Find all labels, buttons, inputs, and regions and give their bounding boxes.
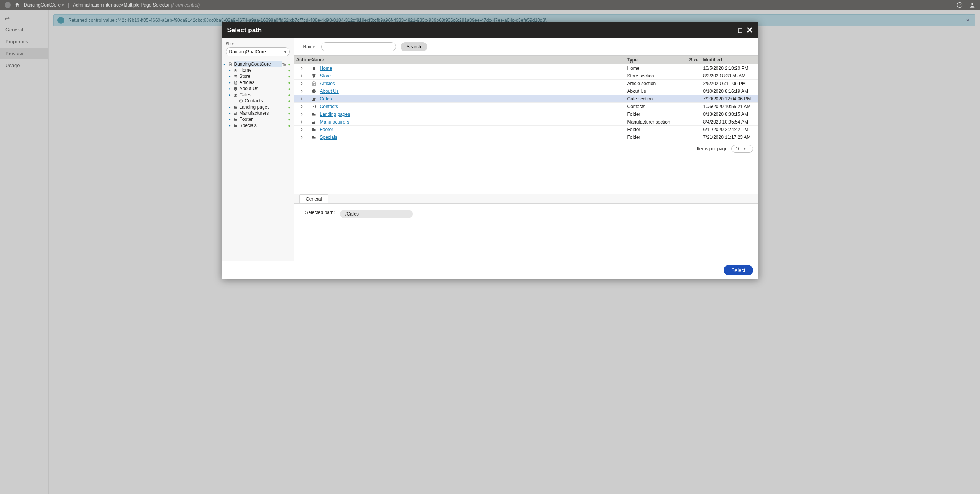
row-expand-icon[interactable] [294,80,309,87]
items-per-page-select[interactable]: 10 ▾ [731,145,753,153]
row-name-link[interactable]: Footer [320,127,333,132]
table-row[interactable]: Footer Folder 6/11/2020 2:24:42 PM [294,126,758,133]
tree-node[interactable]: Contacts ● [223,98,292,104]
status-icon: ● [288,68,292,72]
row-name-cell: Footer [309,126,625,133]
row-expand-icon[interactable] [294,119,309,125]
app-logo-icon[interactable] [5,2,11,8]
status-icon: ● [288,105,292,109]
row-name-link[interactable]: Manufacturers [320,119,350,125]
col-name[interactable]: Name [309,56,625,64]
maximize-icon[interactable] [738,27,742,33]
row-expand-icon[interactable] [294,88,309,95]
user-icon[interactable] [969,2,975,7]
site-select[interactable]: DancingGoatCore ▾ [226,47,290,56]
row-expand-icon[interactable] [294,65,309,72]
table-row[interactable]: Specials Folder 7/21/2020 11:17:23 AM [294,133,758,141]
folder-icon [233,123,238,128]
tree-node[interactable]: ● Landing pages ● [223,104,292,110]
collapse-icon[interactable]: ● [223,63,227,66]
svg-text:?: ? [313,90,315,93]
chevron-down-icon: ▾ [744,147,746,151]
table-row[interactable]: Contacts Contacts 10/6/2020 10:55:21 AM [294,103,758,110]
svg-rect-8 [234,96,236,97]
tree-node[interactable]: ● Specials ● [223,122,292,128]
row-name-link[interactable]: Contacts [320,104,338,109]
tree-node-label: Specials [240,123,288,128]
row-name-link[interactable]: Specials [320,135,337,140]
tree-node-label: About Us [240,86,288,91]
row-modified-cell: 6/11/2020 2:24:42 PM [701,126,758,133]
table-row[interactable]: Manufacturers Manufacturer section 8/4/2… [294,118,758,126]
tree-node[interactable]: ● Manufacturers ● [223,110,292,116]
expand-icon[interactable]: ● [228,69,232,72]
grid-header: Actions Name Type Size Modified [294,55,758,64]
row-name-link[interactable]: Landing pages [320,112,350,117]
home-icon [312,66,317,71]
table-row[interactable]: Landing pages Folder 8/13/2020 8:38:15 A… [294,110,758,118]
row-expand-icon[interactable] [294,72,309,79]
row-expand-icon[interactable] [294,134,309,141]
col-size: Size [683,56,701,64]
cart-icon [233,74,238,79]
question-icon: ? [312,89,317,94]
site-chevron-icon[interactable]: ▾ [62,3,64,7]
modal-header: Select path ✕ [222,22,758,38]
table-row[interactable]: ? About Us About Us 8/10/2020 8:16:19 AM [294,87,758,95]
expand-icon[interactable]: ● [228,124,232,127]
row-type-cell: Article section [625,80,683,87]
col-type[interactable]: Type [625,56,683,64]
expand-icon[interactable]: ● [228,118,232,121]
row-name-link[interactable]: Articles [320,81,335,86]
row-size-cell [683,91,701,92]
row-expand-icon[interactable] [294,111,309,118]
status-icon: ● [288,111,292,115]
row-expand-icon[interactable] [294,126,309,133]
tab-general[interactable]: General [299,194,329,203]
tree-root-node[interactable]: ● DancingGoatCore % ● [223,61,292,67]
expand-icon[interactable]: ● [228,87,232,91]
folder-icon [312,112,317,117]
folder-icon [233,105,238,110]
grid-panel: Name: Search Actions Name Type Size Modi… [294,38,758,261]
table-row[interactable]: Store Store section 8/3/2020 8:39:58 AM [294,72,758,80]
row-type-cell: Manufacturer section [625,119,683,125]
expand-icon[interactable]: ● [228,75,232,78]
tree-node[interactable]: ● ? About Us ● [223,86,292,92]
help-icon[interactable]: ? [957,2,964,7]
svg-rect-16 [312,105,315,108]
table-row[interactable]: Home Home 10/5/2020 2:18:20 PM [294,64,758,72]
breadcrumb-admin[interactable]: Administration interface [73,2,121,8]
question-icon: ? [233,86,238,91]
table-row[interactable]: Articles Article section 2/5/2020 6:11:0… [294,80,758,87]
expand-icon[interactable]: ● [228,105,232,109]
row-name-link[interactable]: Cafes [320,96,332,102]
doc-icon [233,80,238,85]
expand-icon[interactable]: ● [228,112,232,115]
tree-node[interactable]: ● Articles ● [223,79,292,86]
tree-node[interactable]: ● Cafes ● [223,92,292,98]
expand-icon[interactable]: ● [228,81,232,84]
row-name-link[interactable]: Home [320,66,332,71]
status-icon: ● [288,99,292,103]
col-actions: Actions [294,56,309,64]
tree-node[interactable]: ● Footer ● [223,116,292,122]
tree-node[interactable]: ● Store ● [223,73,292,79]
table-row[interactable]: Cafes Cafe section 7/29/2020 12:04:06 PM [294,95,758,103]
row-expand-icon[interactable] [294,96,309,102]
svg-point-5 [236,78,236,78]
site-name[interactable]: DancingGoatCore [24,2,61,8]
search-input[interactable] [321,42,396,51]
row-expand-icon[interactable] [294,103,309,110]
col-modified[interactable]: Modified [701,56,758,64]
row-modified-cell: 10/5/2020 2:18:20 PM [701,65,758,72]
home-icon[interactable] [15,2,20,8]
tree-node[interactable]: ● Home ● [223,67,292,73]
row-name-link[interactable]: About Us [320,89,339,94]
modal-close-icon[interactable]: ✕ [746,25,753,35]
search-button[interactable]: Search [401,42,427,51]
expand-icon[interactable]: ● [228,93,232,97]
folder-icon [312,135,317,140]
select-button[interactable]: Select [724,265,753,275]
row-name-link[interactable]: Store [320,73,331,79]
